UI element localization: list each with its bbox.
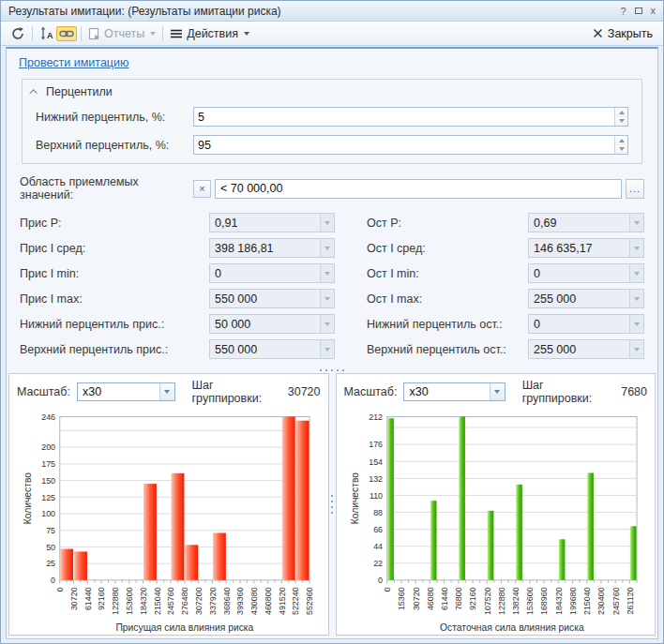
scale-label: Масштаб:	[17, 385, 70, 398]
stat-field[interactable]: 50 000	[209, 314, 335, 334]
stat-value: 550 000	[215, 292, 317, 306]
svg-text:132: 132	[369, 474, 383, 484]
svg-text:110: 110	[369, 491, 382, 501]
dropdown-icon[interactable]	[320, 214, 334, 232]
acceptable-values-input[interactable]: < 70 000,00	[215, 179, 622, 199]
close-label: Закрыть	[608, 27, 653, 40]
horizontal-splitter[interactable]	[7, 367, 657, 373]
dropdown-icon[interactable]	[320, 315, 334, 333]
upper-percentile-value: 95	[198, 139, 611, 152]
svg-text:122880: 122880	[111, 587, 120, 615]
stat-value: 0	[215, 267, 317, 280]
stat-value: 255 000	[534, 292, 626, 306]
chevron-down-icon[interactable]	[490, 383, 505, 400]
maximize-icon[interactable]	[635, 7, 642, 14]
link-toggle-button[interactable]	[56, 26, 77, 41]
stat-field[interactable]: 0	[528, 314, 644, 334]
svg-text:430080: 430080	[249, 587, 259, 615]
spin-up-icon[interactable]	[615, 136, 627, 145]
stat-label: Прис I min:	[20, 267, 205, 280]
lower-percentile-spinner[interactable]	[614, 108, 627, 126]
lower-percentile-row: Нижний перцентиль, %: 5	[36, 107, 628, 127]
svg-text:153600: 153600	[525, 587, 535, 615]
close-window-icon[interactable]: x	[651, 6, 656, 16]
run-simulation-link[interactable]: Провести имитацию	[19, 56, 128, 69]
help-icon[interactable]: ?	[620, 6, 626, 17]
upper-percentile-input[interactable]: 95	[193, 135, 628, 155]
dropdown-icon[interactable]	[629, 214, 643, 232]
reports-button[interactable]: Отчеты	[85, 25, 158, 42]
actions-button[interactable]: Действия	[167, 25, 252, 42]
svg-text:125: 125	[41, 493, 55, 502]
stat-label: Прис I max:	[20, 292, 205, 306]
svg-text:261120: 261120	[625, 587, 634, 614]
dropdown-icon[interactable]	[629, 290, 643, 307]
residual-chart-header: Масштаб: x30 Шаг группировки: 7680	[337, 374, 656, 408]
stat-value: 50 000	[215, 318, 317, 331]
dropdown-icon[interactable]	[320, 340, 334, 358]
refresh-button[interactable]	[8, 24, 28, 43]
chevron-down-icon	[150, 32, 156, 36]
scale-combo[interactable]: x30	[403, 382, 505, 401]
percentiles-group-header[interactable]: Перцентили	[23, 80, 641, 102]
clear-icon[interactable]: ×	[193, 180, 211, 198]
group-step-label: Шаг группировки:	[522, 379, 614, 405]
svg-text:337920: 337920	[208, 587, 218, 615]
stat-field[interactable]: 398 186,81	[209, 238, 335, 258]
svg-text:199680: 199680	[567, 587, 577, 615]
close-icon	[593, 28, 603, 38]
collapse-icon	[29, 89, 37, 97]
dropdown-icon[interactable]	[629, 315, 643, 333]
dropdown-icon[interactable]	[320, 264, 334, 282]
refresh-icon	[10, 26, 25, 41]
stat-field[interactable]: 550 000	[209, 289, 335, 308]
stat-field[interactable]: 0	[209, 263, 335, 283]
dropdown-icon[interactable]	[629, 239, 643, 257]
autoheight-button[interactable]: A	[37, 24, 56, 42]
stat-field[interactable]: 255 000	[528, 289, 644, 308]
svg-text:75: 75	[46, 526, 55, 535]
stat-value: 550 000	[215, 343, 317, 356]
scale-combo-value: x30	[78, 385, 159, 398]
stat-field[interactable]: 550 000	[209, 339, 335, 359]
choose-button[interactable]: ...	[626, 179, 644, 199]
spin-down-icon[interactable]	[615, 117, 627, 127]
dropdown-icon[interactable]	[320, 290, 334, 307]
scale-combo[interactable]: x30	[77, 382, 175, 401]
svg-text:153600: 153600	[125, 587, 134, 615]
form-content: Провести имитацию Перцентили Нижний перц…	[6, 47, 658, 639]
upper-percentile-label: Верхний перцентиль, %:	[36, 139, 193, 152]
stat-field[interactable]: 0,91	[209, 213, 335, 232]
dropdown-icon[interactable]	[320, 239, 334, 257]
stat-value: 398 186,81	[215, 242, 317, 255]
acceptable-values-row: Область приемлемых значений: × < 70 000,…	[20, 175, 644, 202]
stat-field[interactable]: 146 635,17	[528, 238, 644, 258]
stat-value: 0	[534, 318, 626, 331]
dropdown-icon[interactable]	[629, 340, 643, 358]
vertical-splitter[interactable]	[329, 373, 336, 636]
stat-value: 255 000	[534, 343, 626, 356]
svg-text:0: 0	[383, 587, 392, 592]
group-step-label: Шаг группировки:	[192, 379, 280, 405]
chevron-down-icon[interactable]	[159, 383, 174, 400]
spin-up-icon[interactable]	[615, 108, 627, 117]
percentiles-group: Перцентили Нижний перцентиль, %: 5 Верхн…	[22, 79, 642, 164]
svg-text:Количество: Количество	[23, 472, 33, 525]
acceptable-values-label: Область приемлемых значений:	[20, 175, 189, 202]
svg-text:92160: 92160	[468, 587, 477, 610]
titlebar: Результаты имитации: (Результаты имитаци…	[1, 1, 663, 22]
stat-field[interactable]: 0	[528, 263, 644, 283]
svg-text:88: 88	[373, 508, 383, 517]
upper-percentile-spinner[interactable]	[614, 136, 627, 154]
menu-icon	[170, 28, 183, 39]
spin-down-icon[interactable]	[615, 145, 627, 155]
dropdown-icon[interactable]	[629, 264, 643, 282]
stat-field[interactable]: 0,69	[528, 213, 644, 232]
toolbar-separator	[162, 26, 163, 41]
svg-text:245760: 245760	[166, 587, 175, 615]
svg-text:460800: 460800	[264, 587, 273, 615]
scale-combo-value: x30	[404, 385, 489, 398]
close-button[interactable]: Закрыть	[589, 25, 656, 42]
lower-percentile-input[interactable]: 5	[193, 107, 628, 127]
stat-field[interactable]: 255 000	[528, 339, 644, 359]
